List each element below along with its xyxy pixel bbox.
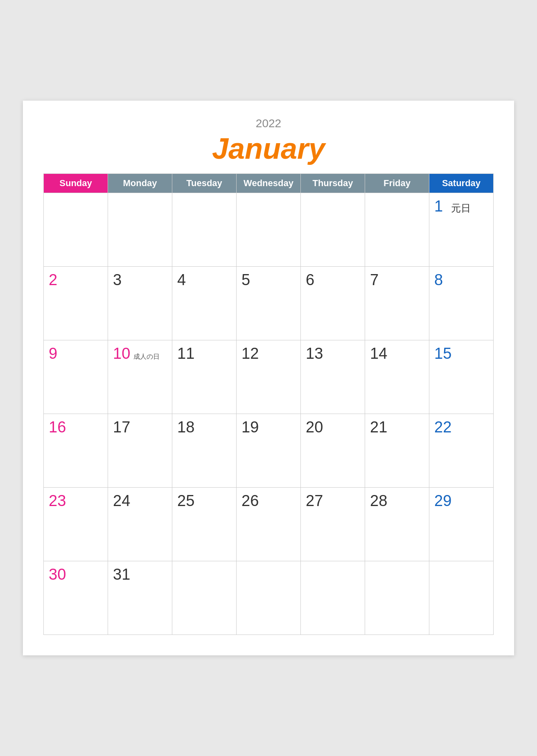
day-number: 26 <box>241 492 259 509</box>
calendar-cell: 27 <box>301 488 365 561</box>
day-number: 2 <box>49 271 57 288</box>
calendar-cell: 28 <box>365 488 429 561</box>
day-number: 8 <box>434 271 443 288</box>
day-number: 27 <box>306 492 323 509</box>
week-row-2: 2345678 <box>44 267 494 340</box>
calendar-cell <box>237 193 301 267</box>
calendar-cell: 16 <box>44 414 108 488</box>
calendar-cell: 29 <box>429 488 494 561</box>
calendar-cell: 18 <box>172 414 237 488</box>
day-number: 4 <box>177 271 186 288</box>
calendar-cell: 7 <box>365 267 429 340</box>
calendar-cell: 22 <box>429 414 494 488</box>
day-number: 29 <box>434 492 451 509</box>
day-number: 17 <box>113 418 130 436</box>
calendar-cell: 2 <box>44 267 108 340</box>
day-number: 15 <box>434 345 451 362</box>
calendar-cell: 31 <box>108 561 172 635</box>
day-number: 13 <box>306 345 323 362</box>
calendar-cell: 30 <box>44 561 108 635</box>
header-tuesday: Tuesday <box>172 174 237 193</box>
calendar-cell: 3 <box>108 267 172 340</box>
day-number: 20 <box>306 418 323 436</box>
calendar-cell: 12 <box>237 340 301 414</box>
calendar-cell <box>172 193 237 267</box>
day-number: 7 <box>370 271 379 288</box>
calendar-cell: 19 <box>237 414 301 488</box>
header-saturday: Saturday <box>429 174 494 193</box>
header-wednesday: Wednesday <box>237 174 301 193</box>
calendar-cell: 4 <box>172 267 237 340</box>
calendar-cell <box>172 561 237 635</box>
calendar-cell: 5 <box>237 267 301 340</box>
day-number: 19 <box>241 418 259 436</box>
calendar-cell <box>429 561 494 635</box>
header-thursday: Thursday <box>301 174 365 193</box>
day-number: 10 <box>113 344 130 363</box>
day-number: 3 <box>113 271 122 288</box>
year-label: 2022 <box>43 117 494 130</box>
calendar-cell: 17 <box>108 414 172 488</box>
calendar-cell <box>365 193 429 267</box>
calendar-cell <box>237 561 301 635</box>
day-number: 16 <box>49 418 66 436</box>
day-number: 30 <box>49 566 66 583</box>
day-number: 6 <box>306 271 314 288</box>
calendar-cell: 1元日 <box>429 193 494 267</box>
calendar-cell: 23 <box>44 488 108 561</box>
header-sunday: Sunday <box>44 174 108 193</box>
calendar-cell: 8 <box>429 267 494 340</box>
header-monday: Monday <box>108 174 172 193</box>
week-row-5: 23242526272829 <box>44 488 494 561</box>
week-row-1: 1元日 <box>44 193 494 267</box>
calendar-cell: 15 <box>429 340 494 414</box>
calendar-container: 2022 January SundayMondayTuesdayWednesda… <box>23 101 514 655</box>
calendar-cell: 20 <box>301 414 365 488</box>
calendar-cell: 6 <box>301 267 365 340</box>
day-number: 25 <box>177 492 194 509</box>
calendar-cell: 10成人の日 <box>108 340 172 414</box>
calendar-table: SundayMondayTuesdayWednesdayThursdayFrid… <box>43 173 494 635</box>
calendar-cell: 21 <box>365 414 429 488</box>
day-number: 31 <box>113 566 130 583</box>
day-number: 12 <box>241 345 259 362</box>
calendar-cell: 13 <box>301 340 365 414</box>
day-number: 22 <box>434 418 451 436</box>
calendar-cell <box>108 193 172 267</box>
calendar-cell: 24 <box>108 488 172 561</box>
day-number: 23 <box>49 492 66 509</box>
day-number: 18 <box>177 418 194 436</box>
day-number: 24 <box>113 492 130 509</box>
week-row-3: 910成人の日1112131415 <box>44 340 494 414</box>
day-number: 1 <box>434 197 443 216</box>
calendar-cell: 11 <box>172 340 237 414</box>
calendar-cell <box>301 561 365 635</box>
holiday-name: 元日 <box>451 202 471 215</box>
calendar-cell: 26 <box>237 488 301 561</box>
day-number: 11 <box>177 345 194 362</box>
calendar-cell <box>365 561 429 635</box>
day-number: 9 <box>49 345 57 362</box>
holiday-name: 成人の日 <box>133 353 160 361</box>
header-friday: Friday <box>365 174 429 193</box>
day-number: 21 <box>370 418 387 436</box>
calendar-cell <box>44 193 108 267</box>
month-label: January <box>43 132 494 165</box>
day-number: 5 <box>241 271 250 288</box>
calendar-cell: 14 <box>365 340 429 414</box>
calendar-cell <box>301 193 365 267</box>
calendar-cell: 25 <box>172 488 237 561</box>
week-row-4: 16171819202122 <box>44 414 494 488</box>
calendar-cell: 9 <box>44 340 108 414</box>
day-number: 14 <box>370 345 387 362</box>
day-number: 28 <box>370 492 387 509</box>
week-row-6: 3031 <box>44 561 494 635</box>
